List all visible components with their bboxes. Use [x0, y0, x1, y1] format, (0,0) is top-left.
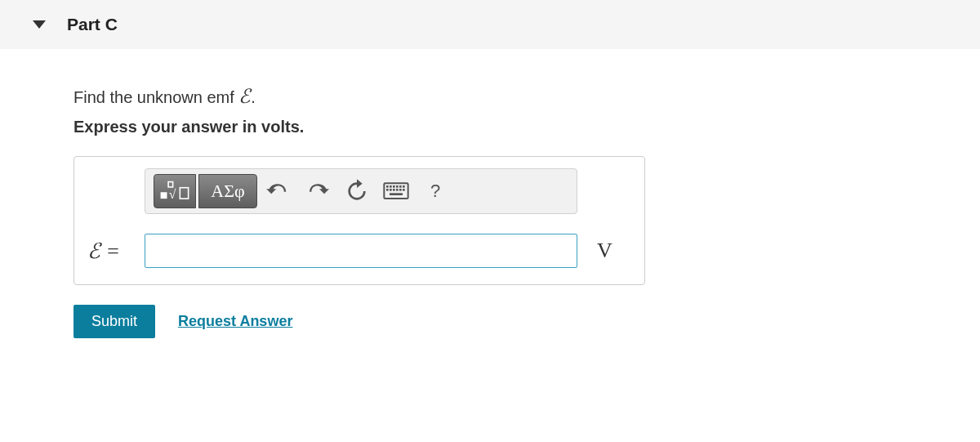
svg-rect-15: [399, 189, 402, 191]
chevron-down-icon: [33, 20, 46, 29]
svg-rect-8: [396, 185, 399, 188]
part-title: Part C: [67, 15, 118, 34]
submit-button[interactable]: Submit: [74, 305, 155, 338]
redo-button[interactable]: [300, 174, 336, 208]
svg-rect-16: [403, 189, 405, 191]
prompt-symbol: ℰ: [238, 86, 251, 107]
svg-text:√: √: [169, 187, 176, 201]
svg-rect-5: [386, 185, 389, 188]
math-templates-icon: √: [159, 181, 190, 201]
svg-rect-7: [393, 185, 395, 188]
svg-rect-11: [386, 189, 389, 191]
help-button[interactable]: ?: [417, 174, 453, 208]
undo-button[interactable]: [261, 174, 296, 208]
content: Find the unknown emf ℰ. Express your ans…: [0, 49, 980, 371]
svg-rect-12: [390, 189, 392, 191]
reset-icon: [344, 178, 370, 204]
svg-rect-3: [180, 188, 188, 199]
redo-icon: [305, 178, 331, 204]
math-templates-button[interactable]: √: [154, 174, 196, 208]
part-header[interactable]: Part C: [0, 0, 980, 49]
help-label: ?: [430, 181, 440, 202]
svg-rect-1: [168, 182, 173, 187]
question-prompt: Find the unknown emf ℰ.: [74, 85, 906, 108]
reset-button[interactable]: [339, 174, 375, 208]
lhs-symbol: ℰ: [87, 239, 100, 263]
greek-symbols-button[interactable]: ΑΣφ: [198, 174, 257, 208]
instruction: Express your answer in volts.: [74, 118, 906, 136]
answer-lhs: ℰ =: [87, 239, 136, 264]
greek-label: ΑΣφ: [211, 181, 244, 202]
answer-unit: V: [597, 239, 612, 263]
svg-rect-14: [396, 189, 399, 191]
svg-rect-0: [161, 193, 167, 199]
answer-input[interactable]: [145, 234, 577, 268]
keyboard-icon: [383, 182, 409, 199]
undo-icon: [265, 178, 292, 204]
actions: Submit Request Answer: [74, 305, 906, 338]
prompt-suffix: .: [251, 88, 256, 106]
svg-rect-10: [403, 185, 405, 188]
svg-rect-13: [393, 189, 395, 191]
equation-toolbar: √ ΑΣφ: [145, 168, 577, 214]
svg-rect-6: [390, 185, 392, 188]
prompt-prefix: Find the unknown emf: [74, 88, 238, 106]
lhs-eq: =: [100, 239, 120, 263]
svg-rect-17: [390, 194, 403, 196]
svg-rect-9: [399, 185, 402, 188]
answer-box: √ ΑΣφ: [74, 156, 645, 285]
request-answer-link[interactable]: Request Answer: [178, 313, 292, 330]
answer-line: ℰ = V: [87, 234, 631, 268]
keyboard-button[interactable]: [378, 174, 414, 208]
